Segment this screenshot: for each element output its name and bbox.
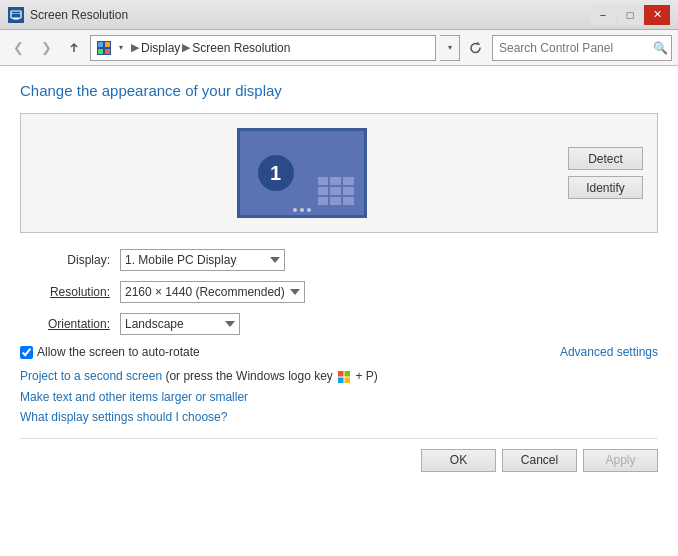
checkbox-left: Allow the screen to auto-rotate xyxy=(20,345,200,359)
title-bar-controls: − □ ✕ xyxy=(590,5,670,25)
svg-rect-5 xyxy=(105,42,110,47)
close-button[interactable]: ✕ xyxy=(644,5,670,25)
search-box: 🔍 xyxy=(492,35,672,61)
links-section: Project to a second screen (or press the… xyxy=(20,369,658,424)
breadcrumb-sep1: ▶ xyxy=(131,41,139,54)
breadcrumb: ▾ ▶ Display ▶ Screen Resolution xyxy=(90,35,436,61)
address-dropdown[interactable]: ▾ xyxy=(440,35,460,61)
back-button[interactable]: ❮ xyxy=(6,36,30,60)
cp-dropdown[interactable]: ▾ xyxy=(113,36,129,60)
address-bar: ❮ ❯ ▾ ▶ Display ▶ Screen Resolution ▾ xyxy=(0,30,678,66)
link-text-size: Make text and other items larger or smal… xyxy=(20,390,658,404)
maximize-button[interactable]: □ xyxy=(617,5,643,25)
svg-rect-9 xyxy=(345,371,351,377)
display-settings-link[interactable]: What display settings should I choose? xyxy=(20,410,227,424)
svg-rect-11 xyxy=(345,377,351,383)
monitor-dots xyxy=(293,208,311,212)
ok-button[interactable]: OK xyxy=(421,449,496,472)
up-button[interactable] xyxy=(62,36,86,60)
page-title: Change the appearance of your display xyxy=(20,82,658,99)
search-input[interactable] xyxy=(499,41,649,55)
link1-key: + P) xyxy=(356,369,378,383)
search-icon-button[interactable]: 🔍 xyxy=(653,40,668,56)
cancel-button[interactable]: Cancel xyxy=(502,449,577,472)
auto-rotate-checkbox[interactable] xyxy=(20,346,33,359)
identify-button[interactable]: Identify xyxy=(568,176,643,199)
svg-rect-1 xyxy=(13,18,19,20)
svg-rect-4 xyxy=(98,42,103,47)
window-icon xyxy=(8,7,24,23)
display-row: Display: 1. Mobile PC Display xyxy=(20,249,658,271)
orientation-row: Orientation: Landscape xyxy=(20,313,658,335)
svg-rect-8 xyxy=(338,371,344,377)
link-display-settings: What display settings should I choose? xyxy=(20,410,658,424)
title-bar: Screen Resolution − □ ✕ xyxy=(0,0,678,30)
window-title: Screen Resolution xyxy=(30,8,128,22)
refresh-button[interactable] xyxy=(464,36,488,60)
bottom-bar: OK Cancel Apply xyxy=(20,438,658,472)
breadcrumb-screen-resolution: Screen Resolution xyxy=(192,41,290,55)
svg-rect-10 xyxy=(338,377,344,383)
windows-logo-icon xyxy=(337,370,351,384)
resolution-label: Resolution: xyxy=(20,285,120,299)
orientation-label: Orientation: xyxy=(20,317,120,331)
link1-suffix: (or press the Windows logo key xyxy=(165,369,336,383)
forward-button[interactable]: ❯ xyxy=(34,36,58,60)
display-preview-area: 1 xyxy=(20,113,658,233)
auto-rotate-row: Allow the screen to auto-rotate Advanced… xyxy=(20,345,658,359)
breadcrumb-display: Display xyxy=(141,41,180,55)
display-select[interactable]: 1. Mobile PC Display xyxy=(120,249,285,271)
svg-rect-6 xyxy=(98,49,103,54)
resolution-select[interactable]: 2160 × 1440 (Recommended) xyxy=(120,281,305,303)
monitor-container: 1 xyxy=(35,128,568,218)
minimize-button[interactable]: − xyxy=(590,5,616,25)
text-size-link[interactable]: Make text and other items larger or smal… xyxy=(20,390,248,404)
link-project: Project to a second screen (or press the… xyxy=(20,369,658,384)
breadcrumb-sep2: ▶ xyxy=(182,41,190,54)
display-label: Display: xyxy=(20,253,120,267)
cp-icon xyxy=(97,41,111,55)
svg-rect-0 xyxy=(11,11,21,18)
main-content: Change the appearance of your display 1 xyxy=(0,66,678,556)
preview-buttons: Detect Identify xyxy=(568,147,643,199)
auto-rotate-label: Allow the screen to auto-rotate xyxy=(37,345,200,359)
title-bar-left: Screen Resolution xyxy=(8,7,128,23)
svg-rect-7 xyxy=(105,49,110,54)
svg-rect-2 xyxy=(11,13,21,14)
monitor-number: 1 xyxy=(258,155,294,191)
orientation-select[interactable]: Landscape xyxy=(120,313,240,335)
apply-button[interactable]: Apply xyxy=(583,449,658,472)
advanced-settings-link[interactable]: Advanced settings xyxy=(560,345,658,359)
monitor-preview: 1 xyxy=(237,128,367,218)
resolution-row: Resolution: 2160 × 1440 (Recommended) xyxy=(20,281,658,303)
detect-button[interactable]: Detect xyxy=(568,147,643,170)
project-link[interactable]: Project to a second screen xyxy=(20,369,162,383)
